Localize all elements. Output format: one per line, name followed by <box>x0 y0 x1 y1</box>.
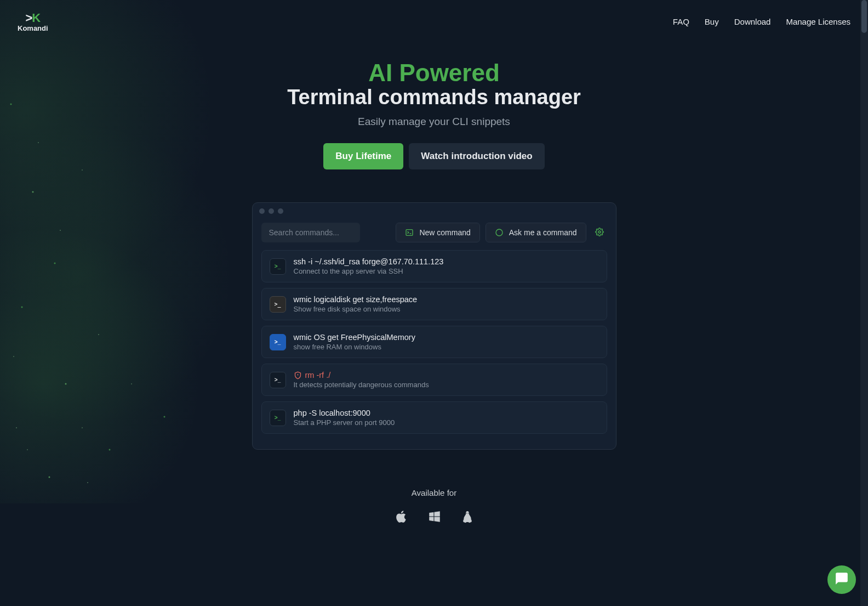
command-title-text: php -S localhost:9000 <box>294 409 370 417</box>
command-title-text: rm -rf ./ <box>305 371 331 380</box>
chat-icon <box>495 228 504 237</box>
logo-mark: >K <box>25 11 40 25</box>
hero-title-highlight: AI Powered <box>11 60 857 86</box>
command-title-text: wmic OS get FreePhysicalMemory <box>294 333 415 342</box>
command-description: show free RAM on windows <box>294 343 599 351</box>
available-label: Available for <box>0 488 868 497</box>
command-description: Show free disk space on windows <box>294 305 599 313</box>
command-type-icon <box>270 372 286 388</box>
terminal-icon <box>405 228 414 237</box>
command-text: ssh -i ~/.ssh/id_rsa forge@167.70.111.12… <box>294 257 599 275</box>
command-title-text: wmic logicaldisk get size,freespace <box>294 295 418 304</box>
window-dot-icon <box>269 208 274 214</box>
page-scrollbar[interactable] <box>860 0 868 527</box>
windows-icon <box>427 509 442 526</box>
command-item[interactable]: rm -rf ./It detects potentially dangerou… <box>261 364 607 396</box>
logo[interactable]: >K Komandi <box>18 11 48 32</box>
linux-icon <box>461 509 474 526</box>
ask-command-button[interactable]: Ask me a command <box>486 223 586 242</box>
nav-manage-licenses[interactable]: Manage Licenses <box>786 17 850 26</box>
command-item[interactable]: wmic logicaldisk get size,freespaceShow … <box>261 288 607 320</box>
svg-rect-0 <box>406 230 413 236</box>
command-type-icon <box>270 334 286 350</box>
hero-tagline: Easily manage your CLI snippets <box>11 116 857 128</box>
main-nav: FAQ Buy Download Manage Licenses <box>673 17 850 26</box>
command-text: wmic OS get FreePhysicalMemoryshow free … <box>294 333 599 351</box>
gear-icon <box>595 228 604 238</box>
command-type-icon <box>270 410 286 426</box>
new-command-label: New command <box>419 228 470 237</box>
hero-title-rest: Terminal commands manager <box>11 86 857 109</box>
danger-shield-icon <box>294 371 302 380</box>
nav-faq[interactable]: FAQ <box>673 17 689 26</box>
command-text: wmic logicaldisk get size,freespaceShow … <box>294 295 599 313</box>
command-title: php -S localhost:9000 <box>294 409 599 417</box>
ask-command-label: Ask me a command <box>509 228 577 237</box>
search-input[interactable] <box>261 223 360 242</box>
command-item[interactable]: php -S localhost:9000Start a PHP server … <box>261 401 607 434</box>
window-traffic-lights <box>253 203 616 219</box>
command-text: rm -rf ./It detects potentially dangerou… <box>294 371 599 389</box>
commands-list: ssh -i ~/.ssh/id_rsa forge@167.70.111.12… <box>253 250 616 449</box>
buy-lifetime-button[interactable]: Buy Lifetime <box>323 143 403 169</box>
logo-text: Komandi <box>18 24 48 32</box>
new-command-button[interactable]: New command <box>396 223 479 242</box>
command-title: rm -rf ./ <box>294 371 599 380</box>
platforms-row <box>0 508 868 527</box>
site-header: >K Komandi FAQ Buy Download Manage Licen… <box>0 0 868 43</box>
window-dot-icon <box>259 208 265 214</box>
nav-buy[interactable]: Buy <box>705 17 719 26</box>
command-title-text: ssh -i ~/.ssh/id_rsa forge@167.70.111.12… <box>294 257 444 266</box>
command-text: php -S localhost:9000Start a PHP server … <box>294 409 599 427</box>
available-section: Available for <box>0 488 868 527</box>
command-type-icon <box>270 296 286 313</box>
hero-title: AI Powered Terminal commands manager <box>11 60 857 109</box>
settings-button[interactable] <box>592 224 607 241</box>
command-title: ssh -i ~/.ssh/id_rsa forge@167.70.111.12… <box>294 257 599 266</box>
command-description: Connect to the app server via SSH <box>294 267 599 275</box>
apple-icon <box>394 508 408 527</box>
app-toolbar: New command Ask me a command <box>253 219 616 250</box>
nav-download[interactable]: Download <box>734 17 771 26</box>
svg-point-2 <box>598 231 601 233</box>
app-window: New command Ask me a command ssh -i <box>252 202 616 450</box>
window-dot-icon <box>278 208 283 214</box>
command-description: Start a PHP server on port 9000 <box>294 418 599 427</box>
command-title: wmic OS get FreePhysicalMemory <box>294 333 599 342</box>
command-description: It detects potentially dangerous command… <box>294 381 599 389</box>
command-type-icon <box>270 258 286 275</box>
watch-video-button[interactable]: Watch introduction video <box>409 143 544 169</box>
hero-section: AI Powered Terminal commands manager Eas… <box>0 43 868 186</box>
hero-buttons: Buy Lifetime Watch introduction video <box>11 143 857 169</box>
command-item[interactable]: wmic OS get FreePhysicalMemoryshow free … <box>261 326 607 358</box>
command-item[interactable]: ssh -i ~/.ssh/id_rsa forge@167.70.111.12… <box>261 250 607 282</box>
command-title: wmic logicaldisk get size,freespace <box>294 295 599 304</box>
